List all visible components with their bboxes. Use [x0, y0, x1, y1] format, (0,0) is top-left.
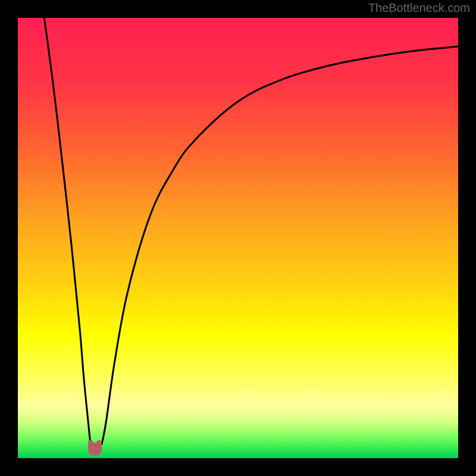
bottleneck-curve: [18, 18, 458, 458]
watermark-text: TheBottleneck.com: [368, 1, 470, 15]
optimal-point-marker: [88, 443, 101, 456]
chart-area: [18, 18, 458, 458]
